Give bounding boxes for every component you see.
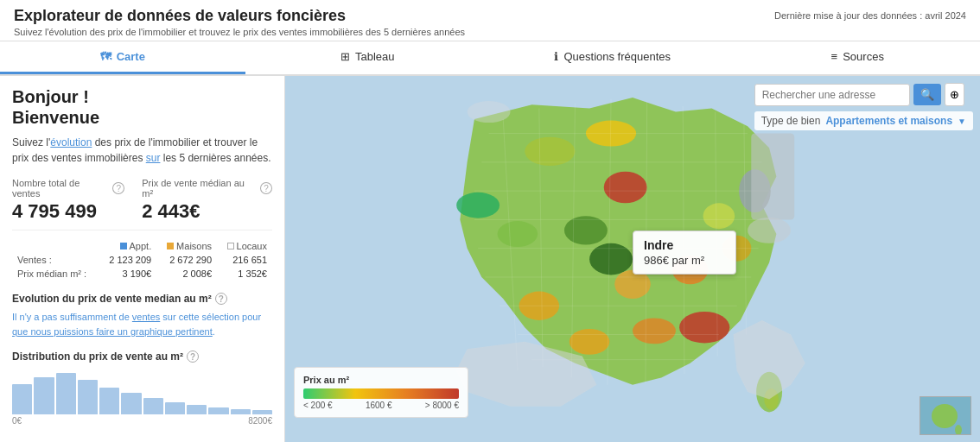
evolution-link[interactable]: évolution xyxy=(50,136,92,148)
legend-gradient xyxy=(303,388,459,399)
svg-point-37 xyxy=(748,218,791,243)
ventes-appt: 2 123 209 xyxy=(99,253,157,267)
ventes-locaux: 216 651 xyxy=(217,253,272,267)
total-sales-label: Nombre total de ventes ? xyxy=(12,178,124,199)
prix-label: Prix médian m² : xyxy=(12,267,99,281)
svg-point-11 xyxy=(564,216,608,244)
total-sales-block: Nombre total de ventes ? 4 795 499 xyxy=(12,178,124,223)
chart-bars xyxy=(12,371,272,414)
que-link[interactable]: que nous puissions faire un graphique pe… xyxy=(12,326,213,337)
svg-point-14 xyxy=(570,329,610,355)
chart-bar xyxy=(12,384,32,414)
search-button[interactable]: 🔍 xyxy=(913,84,941,105)
svg-point-38 xyxy=(468,101,511,123)
map-tooltip: Indre 986€ par m² xyxy=(633,230,736,275)
search-row: 🔍 ⊕ xyxy=(754,83,973,106)
chart-bar xyxy=(231,409,251,414)
prix-appt: 3 190€ xyxy=(99,267,157,281)
svg-point-40 xyxy=(932,404,958,428)
chart-bar xyxy=(78,380,98,414)
property-type-selector[interactable]: Type de bien Appartements et maisons ▼ xyxy=(754,111,973,130)
map-controls: 🔍 ⊕ Type de bien Appartements et maisons… xyxy=(754,83,973,130)
ventes-maisons: 2 672 290 xyxy=(156,253,217,267)
chart-min: 0€ xyxy=(12,416,22,426)
legend-mid: 1600 € xyxy=(366,401,392,410)
map-legend: Prix au m² < 200 € 1600 € > 8000 € xyxy=(294,367,468,418)
tab-sources-label: Sources xyxy=(843,50,884,63)
welcome-text: Suivez l'évolution des prix de l'immobil… xyxy=(12,135,272,166)
svg-point-7 xyxy=(589,243,633,275)
chart-bar xyxy=(252,410,272,414)
svg-rect-36 xyxy=(751,134,794,220)
ventes-label: Ventes : xyxy=(12,253,99,267)
chart-bar xyxy=(121,393,141,414)
distribution-chart: 0€ 8200€ xyxy=(12,371,272,423)
chart-bar xyxy=(99,388,119,414)
prix-maisons: 2 008€ xyxy=(156,267,217,281)
nav-tabs: 🗺 Carte ⊞ Tableau ℹ Questions fréquentes… xyxy=(0,41,980,76)
median-price-help[interactable]: ? xyxy=(260,182,272,194)
col-header-maisons: Maisons xyxy=(156,239,217,253)
chart-bar xyxy=(165,402,185,414)
carte-icon: 🗺 xyxy=(100,50,111,63)
greeting: Bonjour ! Bienvenue xyxy=(12,86,272,128)
median-price-value: 2 443€ xyxy=(142,200,272,223)
col-header-locaux: Locaux xyxy=(217,239,272,253)
app-title-block: Explorateur de données de valeurs fonciè… xyxy=(14,7,465,37)
tab-sources[interactable]: ≡ Sources xyxy=(735,41,981,74)
tooltip-region-name: Indre xyxy=(644,238,725,252)
tooltip-price: 986€ par m² xyxy=(644,254,725,267)
tableau-icon: ⊞ xyxy=(340,50,350,63)
chevron-down-icon: ▼ xyxy=(958,117,966,126)
svg-point-15 xyxy=(703,203,735,229)
distribution-section-title: Distribution du prix de vente au m² ? xyxy=(12,350,272,363)
svg-point-5 xyxy=(456,193,500,218)
table-row-prix: Prix médian m² : 3 190€ 2 008€ 1 352€ xyxy=(12,267,272,281)
stats-table: Appt. Maisons Locaux Ventes : 2 123 209 … xyxy=(12,239,272,281)
map-area[interactable]: 🔍 ⊕ Type de bien Appartements et maisons… xyxy=(285,76,980,442)
info-message: Il n'y a pas suffisamment de ventes sur … xyxy=(12,310,272,338)
location-button[interactable]: ⊕ xyxy=(945,83,964,106)
tab-carte-label: Carte xyxy=(117,50,145,63)
total-sales-help[interactable]: ? xyxy=(112,182,124,194)
col-header-appt: Appt. xyxy=(99,239,157,253)
prix-locaux: 1 352€ xyxy=(217,267,272,281)
tab-tableau[interactable]: ⊞ Tableau xyxy=(245,41,491,74)
svg-point-9 xyxy=(525,137,575,166)
mini-map xyxy=(920,396,971,435)
svg-point-41 xyxy=(955,425,962,435)
top-bar: Explorateur de données de valeurs fonciè… xyxy=(0,0,980,41)
tab-faq-label: Questions fréquentes xyxy=(563,50,671,63)
chart-labels: 0€ 8200€ xyxy=(12,416,272,426)
tab-faq[interactable]: ℹ Questions fréquentes xyxy=(490,41,735,74)
property-type-value: Appartements et maisons xyxy=(825,115,952,127)
median-price-label: Prix de vente médian au m² ? xyxy=(142,178,272,199)
chart-bar xyxy=(56,373,76,414)
chart-bar xyxy=(143,398,163,414)
sur-link[interactable]: sur xyxy=(146,152,161,164)
distribution-help[interactable]: ? xyxy=(187,350,199,363)
main-content: Bonjour ! Bienvenue Suivez l'évolution d… xyxy=(0,76,980,442)
ventes-link[interactable]: ventes xyxy=(132,312,160,322)
stats-row: Nombre total de ventes ? 4 795 499 Prix … xyxy=(12,178,272,230)
app-subtitle: Suivez l'évolution des prix de l'immobil… xyxy=(14,27,465,37)
svg-point-1 xyxy=(604,172,647,204)
svg-point-13 xyxy=(633,318,676,344)
faq-icon: ℹ xyxy=(554,50,558,63)
last-update: Dernière mise à jour des données : avril… xyxy=(774,7,966,21)
tab-carte[interactable]: 🗺 Carte xyxy=(0,41,245,74)
legend-title: Prix au m² xyxy=(303,375,459,385)
chart-max: 8200€ xyxy=(248,416,272,426)
sidebar: Bonjour ! Bienvenue Suivez l'évolution d… xyxy=(0,76,285,442)
tab-tableau-label: Tableau xyxy=(355,50,395,63)
legend-labels: < 200 € 1600 € > 8000 € xyxy=(303,401,459,410)
evolution-section-title: Evolution du prix de vente median au m² … xyxy=(12,293,272,305)
property-type-label: Type de bien xyxy=(761,115,821,127)
legend-max: > 8000 € xyxy=(425,401,459,410)
search-input[interactable] xyxy=(754,84,910,106)
sources-icon: ≡ xyxy=(831,50,838,63)
table-row-ventes: Ventes : 2 123 209 2 672 290 216 651 xyxy=(12,253,272,267)
chart-bar xyxy=(34,377,54,414)
svg-point-3 xyxy=(679,312,729,344)
evolution-help[interactable]: ? xyxy=(215,293,227,305)
